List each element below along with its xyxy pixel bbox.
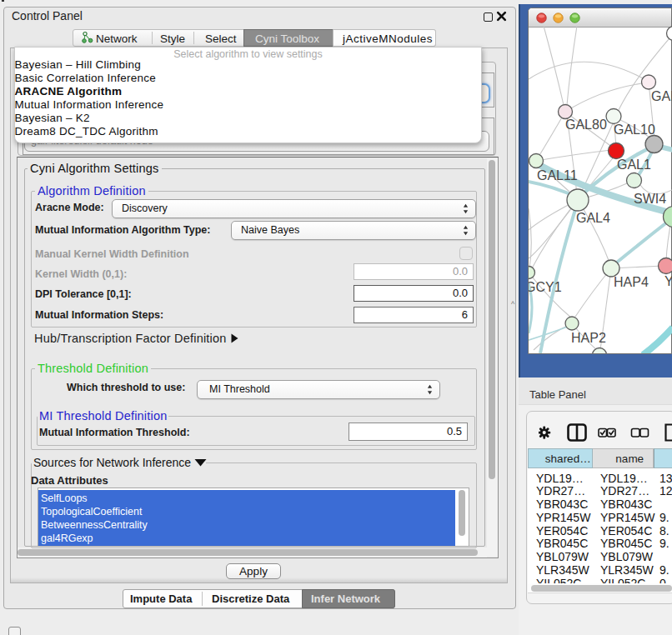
svg-text:GAL2: GAL2 xyxy=(651,89,672,103)
svg-text:GAL4: GAL4 xyxy=(576,211,610,225)
svg-text:GAL11: GAL11 xyxy=(537,168,578,182)
svg-text:HAP4: HAP4 xyxy=(614,275,649,289)
svg-text:GAL80: GAL80 xyxy=(565,118,607,132)
svg-text:SWI4: SWI4 xyxy=(634,192,666,206)
svg-text:GAL1: GAL1 xyxy=(617,158,651,172)
svg-text:GAL10: GAL10 xyxy=(614,122,655,137)
svg-text:GCY1: GCY1 xyxy=(529,280,562,294)
svg-text:YD: YD xyxy=(664,274,672,288)
svg-text:HAP2: HAP2 xyxy=(571,331,606,345)
